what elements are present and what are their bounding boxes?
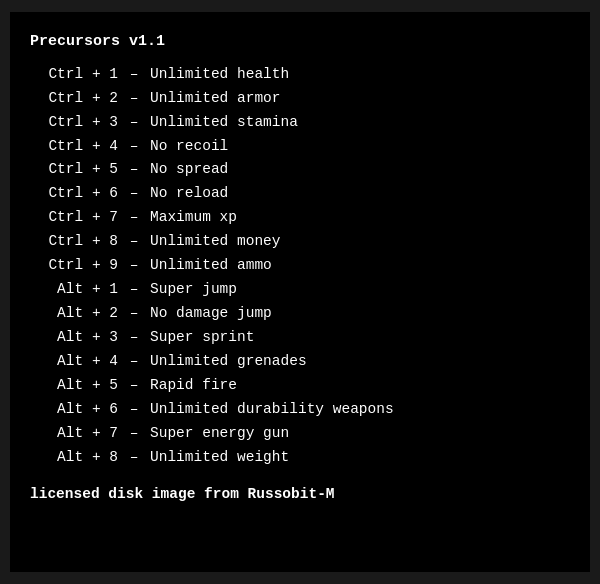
shortcut-description: Super energy gun xyxy=(150,422,289,446)
shortcut-separator: – xyxy=(118,446,150,470)
shortcut-description: Unlimited money xyxy=(150,230,281,254)
shortcut-description: Maximum xp xyxy=(150,206,237,230)
shortcut-key: Ctrl + 6 xyxy=(30,182,118,206)
shortcut-row: Alt + 7 – Super energy gun xyxy=(30,422,570,446)
shortcut-description: Unlimited armor xyxy=(150,87,281,111)
shortcut-description: No spread xyxy=(150,158,228,182)
shortcut-row: Alt + 6 – Unlimited durability weapons xyxy=(30,398,570,422)
shortcut-description: Unlimited ammo xyxy=(150,254,272,278)
shortcut-description: Super jump xyxy=(150,278,237,302)
shortcut-row: Ctrl + 2 – Unlimited armor xyxy=(30,87,570,111)
shortcut-row: Ctrl + 3 – Unlimited stamina xyxy=(30,111,570,135)
shortcut-description: No reload xyxy=(150,182,228,206)
shortcut-key: Ctrl + 4 xyxy=(30,135,118,159)
shortcut-row: Alt + 4 – Unlimited grenades xyxy=(30,350,570,374)
shortcut-key: Alt + 4 xyxy=(30,350,118,374)
shortcut-separator: – xyxy=(118,398,150,422)
shortcut-key: Alt + 7 xyxy=(30,422,118,446)
shortcut-key: Ctrl + 8 xyxy=(30,230,118,254)
shortcut-separator: – xyxy=(118,278,150,302)
shortcut-key: Ctrl + 9 xyxy=(30,254,118,278)
shortcut-separator: – xyxy=(118,158,150,182)
shortcut-key: Alt + 8 xyxy=(30,446,118,470)
shortcut-row: Alt + 5 – Rapid fire xyxy=(30,374,570,398)
shortcut-row: Alt + 8 – Unlimited weight xyxy=(30,446,570,470)
shortcut-key: Alt + 1 xyxy=(30,278,118,302)
shortcut-description: Unlimited grenades xyxy=(150,350,307,374)
shortcut-separator: – xyxy=(118,182,150,206)
shortcut-row: Ctrl + 9 – Unlimited ammo xyxy=(30,254,570,278)
shortcut-row: Ctrl + 7 – Maximum xp xyxy=(30,206,570,230)
shortcut-key: Ctrl + 5 xyxy=(30,158,118,182)
shortcut-row: Ctrl + 6 – No reload xyxy=(30,182,570,206)
shortcut-separator: – xyxy=(118,302,150,326)
shortcut-separator: – xyxy=(118,111,150,135)
shortcut-description: No recoil xyxy=(150,135,228,159)
shortcut-row: Alt + 1 – Super jump xyxy=(30,278,570,302)
shortcut-description: Unlimited weight xyxy=(150,446,289,470)
shortcut-separator: – xyxy=(118,326,150,350)
shortcut-description: Unlimited stamina xyxy=(150,111,298,135)
shortcut-row: Alt + 3 – Super sprint xyxy=(30,326,570,350)
shortcut-separator: – xyxy=(118,350,150,374)
shortcut-separator: – xyxy=(118,206,150,230)
shortcut-description: Rapid fire xyxy=(150,374,237,398)
shortcut-row: Ctrl + 8 – Unlimited money xyxy=(30,230,570,254)
shortcut-key: Ctrl + 2 xyxy=(30,87,118,111)
footer-text: licensed disk image from Russobit-M xyxy=(30,483,570,507)
shortcut-row: Alt + 2 – No damage jump xyxy=(30,302,570,326)
shortcut-row: Ctrl + 4 – No recoil xyxy=(30,135,570,159)
shortcut-key: Alt + 2 xyxy=(30,302,118,326)
shortcut-description: No damage jump xyxy=(150,302,272,326)
shortcut-description: Super sprint xyxy=(150,326,254,350)
shortcut-separator: – xyxy=(118,63,150,87)
terminal-window: Precursors v1.1 Ctrl + 1 – Unlimited hea… xyxy=(10,12,590,572)
shortcut-separator: – xyxy=(118,135,150,159)
shortcut-separator: – xyxy=(118,87,150,111)
shortcut-description: Unlimited durability weapons xyxy=(150,398,394,422)
shortcut-key: Ctrl + 1 xyxy=(30,63,118,87)
shortcut-description: Unlimited health xyxy=(150,63,289,87)
shortcut-key: Ctrl + 3 xyxy=(30,111,118,135)
shortcut-row: Ctrl + 1 – Unlimited health xyxy=(30,63,570,87)
shortcut-separator: – xyxy=(118,254,150,278)
shortcut-separator: – xyxy=(118,230,150,254)
app-title: Precursors v1.1 xyxy=(30,30,570,55)
shortcut-key: Ctrl + 7 xyxy=(30,206,118,230)
shortcut-separator: – xyxy=(118,422,150,446)
shortcut-key: Alt + 3 xyxy=(30,326,118,350)
shortcut-separator: – xyxy=(118,374,150,398)
shortcut-row: Ctrl + 5 – No spread xyxy=(30,158,570,182)
shortcut-list: Ctrl + 1 – Unlimited healthCtrl + 2 – Un… xyxy=(30,63,570,470)
shortcut-key: Alt + 5 xyxy=(30,374,118,398)
shortcut-key: Alt + 6 xyxy=(30,398,118,422)
